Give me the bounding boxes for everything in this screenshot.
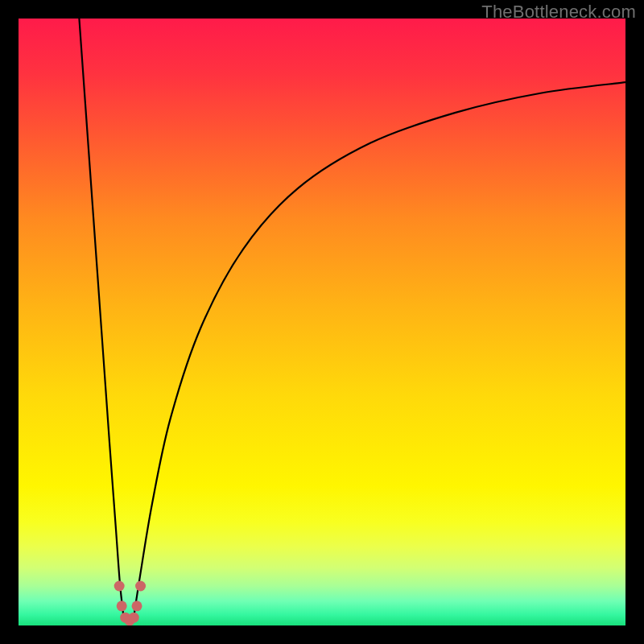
- right-curve: [134, 82, 625, 617]
- valley-markers: [114, 580, 146, 625]
- valley-marker: [114, 580, 125, 591]
- watermark-text: TheBottleneck.com: [481, 2, 636, 23]
- curve-layer: [19, 19, 625, 625]
- plot-area: [19, 19, 625, 625]
- chart-frame: TheBottleneck.com: [0, 0, 644, 644]
- left-curve: [79, 19, 123, 617]
- valley-marker: [129, 613, 139, 623]
- valley-marker: [135, 580, 146, 591]
- valley-marker: [132, 601, 142, 611]
- valley-marker: [117, 601, 127, 611]
